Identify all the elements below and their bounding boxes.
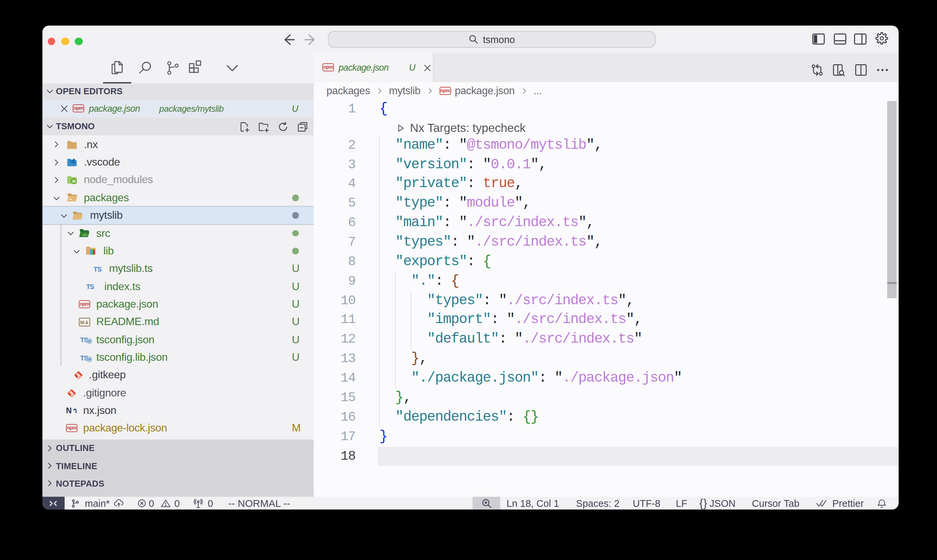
svg-text:N: N (66, 406, 72, 415)
svg-text:</>: </> (82, 232, 87, 237)
svg-text:JS: JS (72, 179, 76, 183)
svg-text:TS: TS (80, 337, 88, 344)
svg-text:TS: TS (86, 283, 94, 291)
svg-text:TS: TS (93, 266, 101, 273)
svg-text:TS: TS (80, 354, 88, 362)
svg-text:M: M (80, 320, 84, 325)
